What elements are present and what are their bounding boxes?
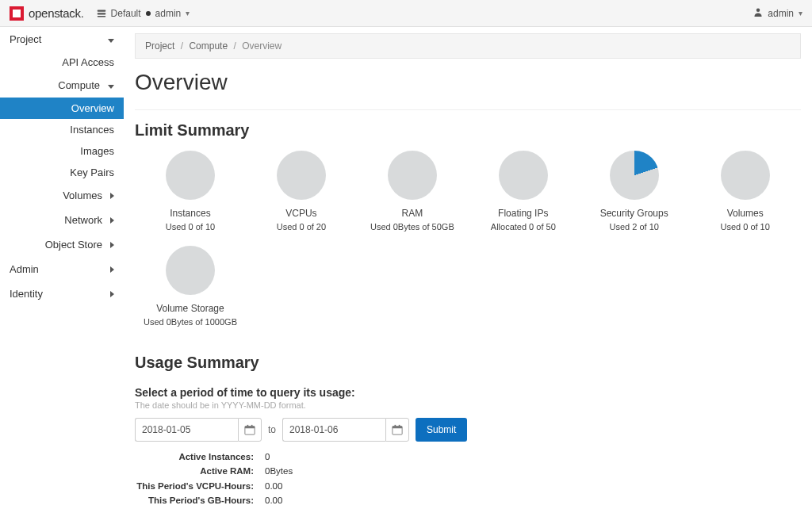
- limit-card: InstancesUsed 0 of 10: [135, 147, 246, 243]
- sidebar-item-overview[interactable]: Overview: [0, 98, 124, 119]
- pie-icon: [388, 151, 437, 200]
- divider: [135, 109, 801, 110]
- stat-key: This Period's GB-Hours:: [135, 493, 254, 507]
- sidebar-item-key-pairs[interactable]: Key Pairs: [0, 162, 124, 183]
- stat-row: Active RAM:0Bytes: [135, 464, 801, 478]
- limit-card-title: VCPUs: [249, 208, 354, 219]
- stat-row: This Period's GB-Hours:0.00: [135, 493, 801, 507]
- page-body: Project API Access Compute Overview Inst…: [0, 27, 812, 509]
- brand[interactable]: openstack.: [10, 6, 84, 21]
- breadcrumb-item: Overview: [242, 40, 282, 52]
- sidebar-item-network[interactable]: Network: [0, 208, 124, 232]
- project-label: admin: [155, 8, 182, 19]
- limits-container: InstancesUsed 0 of 10VCPUsUsed 0 of 20RA…: [135, 147, 801, 338]
- sidebar-item-images[interactable]: Images: [0, 140, 124, 162]
- pie-icon: [277, 151, 326, 200]
- submit-button[interactable]: Submit: [416, 418, 467, 442]
- openstack-logo-icon: [10, 6, 24, 21]
- chevron-down-icon: ▾: [799, 9, 802, 17]
- limit-card-value: Used 0 of 10: [138, 222, 243, 232]
- domain-label: Default: [111, 8, 141, 19]
- usage-summary-title: Usage Summary: [135, 354, 801, 372]
- svg-rect-9: [393, 427, 402, 429]
- brand-text: openstack.: [29, 6, 84, 20]
- pie-icon: [610, 151, 659, 200]
- date-to-input[interactable]: [282, 418, 385, 442]
- sidebar-item-identity[interactable]: Identity: [0, 281, 124, 306]
- svg-point-3: [756, 9, 760, 13]
- page-title: Overview: [135, 70, 801, 95]
- user-menu[interactable]: admin ▾: [753, 7, 802, 19]
- limit-card-title: Volume Storage: [138, 303, 243, 314]
- limit-card-value: Used 2 of 10: [582, 222, 687, 232]
- svg-rect-6: [247, 425, 249, 427]
- stat-value: 0: [265, 450, 270, 464]
- chevron-right-icon: [110, 214, 114, 226]
- usage-query-block: Select a period of time to query its usa…: [135, 386, 801, 509]
- topbar: openstack. Default admin ▾ admin ▾: [0, 0, 812, 27]
- domain-icon: [97, 9, 106, 18]
- sidebar-item-object-store[interactable]: Object Store: [0, 232, 124, 257]
- svg-rect-1: [97, 13, 105, 14]
- chevron-down-icon: [108, 79, 114, 91]
- svg-rect-2: [97, 16, 105, 17]
- breadcrumb-item[interactable]: Compute: [189, 40, 228, 52]
- chevron-right-icon: [110, 239, 114, 251]
- stat-value: 0.00: [265, 479, 282, 493]
- sidebar-item-volumes[interactable]: Volumes: [0, 183, 124, 208]
- limit-summary-title: Limit Summary: [135, 121, 801, 140]
- usage-prompt-hint: The date should be in YYYY-MM-DD format.: [135, 400, 801, 410]
- user-label: admin: [768, 8, 794, 19]
- limit-card-title: Instances: [138, 208, 243, 219]
- pie-icon: [721, 151, 770, 200]
- sidebar: Project API Access Compute Overview Inst…: [0, 27, 124, 509]
- sidebar-item-admin[interactable]: Admin: [0, 257, 124, 281]
- sidebar-item-project[interactable]: Project: [0, 27, 124, 52]
- limit-card: Floating IPsAllocated 0 of 50: [468, 147, 579, 243]
- separator-dot-icon: [146, 11, 151, 16]
- limit-card-title: Floating IPs: [471, 208, 576, 219]
- calendar-icon[interactable]: [385, 418, 409, 442]
- limit-card-value: Used 0Bytes of 1000GB: [138, 317, 243, 327]
- sidebar-item-api-access[interactable]: API Access: [0, 52, 124, 73]
- user-icon: [753, 7, 763, 19]
- stat-value: 0Bytes: [265, 464, 293, 478]
- limit-card: Volume StorageUsed 0Bytes of 1000GB: [135, 243, 246, 338]
- breadcrumb-item[interactable]: Project: [145, 40, 174, 52]
- stat-value: 0.00: [265, 493, 282, 507]
- usage-prompt-title: Select a period of time to query its usa…: [135, 386, 801, 399]
- limit-card-title: Security Groups: [582, 208, 687, 219]
- chevron-right-icon: [110, 263, 114, 275]
- calendar-icon[interactable]: [238, 418, 262, 442]
- chevron-down-icon: ▾: [186, 9, 190, 17]
- pie-icon: [166, 246, 215, 295]
- stat-row: Active Instances:0: [135, 450, 801, 464]
- date-to-group: [282, 418, 409, 442]
- limit-card: RAMUsed 0Bytes of 50GB: [357, 147, 468, 243]
- chevron-down-icon: [108, 33, 114, 45]
- breadcrumb: Project / Compute / Overview: [135, 33, 801, 59]
- date-from-input[interactable]: [135, 418, 238, 442]
- date-from-group: [135, 418, 262, 442]
- limit-card: Security GroupsUsed 2 of 10: [579, 147, 690, 243]
- limit-card-value: Allocated 0 of 50: [471, 222, 576, 232]
- svg-rect-10: [395, 425, 396, 427]
- project-context-switcher[interactable]: Default admin ▾: [97, 8, 190, 19]
- pie-icon: [499, 151, 548, 200]
- main-content: Project / Compute / Overview Overview Li…: [124, 27, 812, 509]
- sidebar-item-instances[interactable]: Instances: [0, 119, 124, 140]
- pie-icon: [166, 151, 215, 200]
- chevron-right-icon: [110, 288, 114, 300]
- chevron-right-icon: [110, 189, 114, 201]
- limit-card-title: RAM: [360, 208, 465, 219]
- stat-key: This Period's VCPU-Hours:: [135, 479, 254, 493]
- svg-rect-0: [97, 10, 105, 11]
- limit-card-value: Used 0Bytes of 50GB: [360, 222, 465, 232]
- stat-key: Active Instances:: [135, 450, 254, 464]
- stat-row: This Period's VCPU-Hours:0.00: [135, 479, 801, 493]
- sidebar-item-compute[interactable]: Compute: [0, 73, 124, 98]
- svg-rect-7: [251, 425, 253, 427]
- svg-rect-11: [399, 425, 400, 427]
- limit-card-value: Used 0 of 10: [693, 222, 798, 232]
- limit-card-title: Volumes: [693, 208, 798, 219]
